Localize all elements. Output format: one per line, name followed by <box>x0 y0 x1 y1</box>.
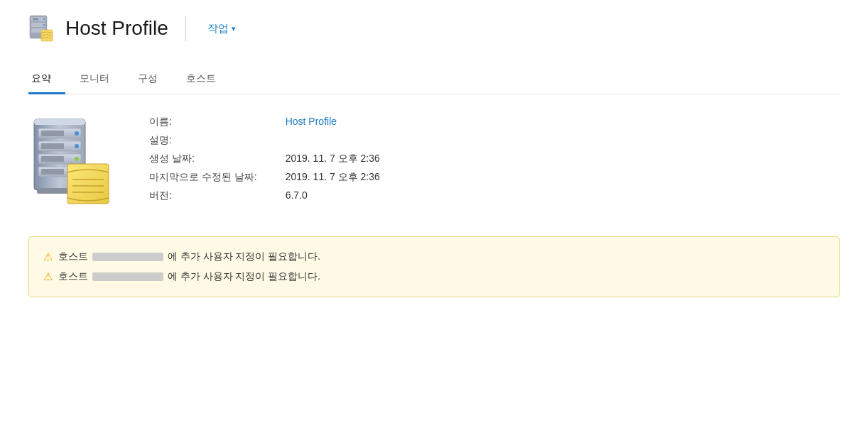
svg-rect-7 <box>41 30 53 41</box>
modified-value: 2019. 11. 7 오후 2:36 <box>286 171 840 184</box>
info-table: 이름: Host Profile 설명: 생성 날짜: 2019. 11. 7 … <box>149 116 840 202</box>
svg-rect-19 <box>41 143 64 149</box>
warning-suffix-1: 에 추가 사용자 지정이 필요합니다. <box>168 250 320 262</box>
svg-rect-21 <box>41 169 64 175</box>
warning-item-2: ⚠ 호스트 에 추가 사용자 지정이 필요합니다. <box>43 267 825 287</box>
warning-prefix-1: 호스트 <box>58 250 88 262</box>
header-divider <box>185 16 186 41</box>
svg-rect-6 <box>33 18 38 21</box>
version-value: 6.7.0 <box>286 189 840 202</box>
warning-item-1: ⚠ 호스트 에 추가 사용자 지정이 필요합니다. <box>43 247 825 267</box>
header-left: Host Profile <box>28 14 168 43</box>
warning-suffix-2: 에 추가 사용자 지정이 필요합니다. <box>168 270 320 282</box>
name-label: 이름: <box>149 116 257 128</box>
server-icon-area <box>28 116 121 208</box>
redacted-host-1 <box>92 253 163 261</box>
modified-label: 마지막으로 수정된 날짜: <box>149 171 257 184</box>
name-value: Host Profile <box>286 116 840 128</box>
description-value <box>286 134 840 147</box>
svg-rect-18 <box>41 131 64 136</box>
created-label: 생성 날짜: <box>149 153 257 165</box>
svg-rect-9 <box>34 119 85 125</box>
tabs-bar: 요약 모니터 구성 호스트 <box>28 65 840 94</box>
svg-point-4 <box>43 18 45 20</box>
warning-prefix-2: 호스트 <box>58 270 88 282</box>
svg-rect-20 <box>41 156 64 162</box>
chevron-down-icon: ▾ <box>232 24 236 33</box>
summary-content: 이름: Host Profile 설명: 생성 날짜: 2019. 11. 7 … <box>28 94 840 222</box>
host-profile-icon <box>28 14 57 43</box>
page-wrapper: Host Profile 작업 ▾ 요약 모니터 구성 호스트 <box>0 0 868 447</box>
svg-point-5 <box>43 24 45 26</box>
warning-text-2: 호스트 에 추가 사용자 지정이 필요합니다. <box>58 270 320 283</box>
redacted-host-2 <box>92 272 163 281</box>
warning-icon-2: ⚠ <box>43 270 53 283</box>
warning-text-1: 호스트 에 추가 사용자 지정이 필요합니다. <box>58 250 320 263</box>
action-button-label: 작업 <box>207 22 229 35</box>
svg-point-15 <box>75 144 79 148</box>
description-label: 설명: <box>149 134 257 147</box>
warning-icon-1: ⚠ <box>43 250 53 263</box>
header: Host Profile 작업 ▾ <box>28 14 840 54</box>
action-button[interactable]: 작업 ▾ <box>203 19 240 38</box>
svg-point-16 <box>75 157 79 161</box>
page-title: Host Profile <box>65 17 168 40</box>
warning-box: ⚠ 호스트 에 추가 사용자 지정이 필요합니다. ⚠ 호스트 에 추가 사용자… <box>28 236 840 297</box>
tab-hosts[interactable]: 호스트 <box>172 65 230 94</box>
tab-monitor[interactable]: 모니터 <box>65 65 124 94</box>
version-label: 버전: <box>149 189 257 202</box>
created-value: 2019. 11. 7 오후 2:36 <box>286 153 840 165</box>
tab-summary[interactable]: 요약 <box>28 65 65 94</box>
tab-config[interactable]: 구성 <box>124 65 172 94</box>
svg-point-14 <box>75 131 79 136</box>
large-host-profile-icon <box>28 116 121 208</box>
